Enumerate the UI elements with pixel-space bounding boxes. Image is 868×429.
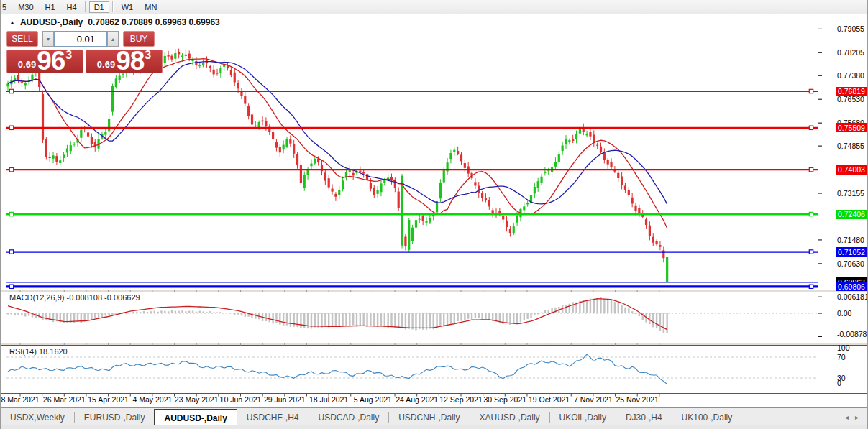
hline-handle[interactable] — [809, 250, 813, 254]
date-axis-label: 10 Jun 2021 — [220, 395, 262, 404]
macd-axis-tick: 0.006181 — [837, 292, 868, 301]
chart-tab-ukoil-daily[interactable]: UKOil-,Daily — [550, 410, 616, 425]
rsi-axis-tick: 100 — [837, 343, 850, 352]
hline-handle[interactable] — [809, 89, 813, 93]
chart-tab-usdcad-daily[interactable]: USDCAD-,Daily — [309, 410, 389, 425]
date-axis-label: 12 Sep 2021 — [439, 395, 483, 404]
tab-bar-bottom-strip — [1, 425, 868, 429]
date-axis-label: 7 Nov 2021 — [574, 395, 613, 404]
hline-handle[interactable] — [809, 126, 813, 129]
hline-handle[interactable] — [9, 126, 13, 129]
buy-button[interactable]: BUY — [123, 31, 155, 47]
chart-tab-uk100-daily[interactable]: UK100-,Daily — [672, 410, 742, 425]
tab-scroll-right-icon[interactable]: ▸ — [855, 413, 859, 421]
chart-tab-usdchf-h4[interactable]: USDCHF-,H4 — [237, 410, 309, 425]
date-axis-label: 26 Mar 2021 — [43, 395, 86, 404]
chart-title: ▲ AUDUSD-,Daily 0.70862 0.70889 0.69963 … — [9, 17, 220, 27]
hline-handle[interactable] — [9, 167, 13, 171]
lot-decrease-button[interactable]: ▼ — [42, 31, 54, 47]
date-axis-label: 8 Mar 2021 — [1, 395, 39, 404]
date-axis-label: 18 Jul 2021 — [309, 395, 348, 404]
macd-indicator-label: MACD(12,26,9) -0.008108 -0.006629 — [9, 293, 140, 302]
hline-price-label: 0.71052 — [836, 247, 868, 257]
buy-quote-button[interactable]: 0.69 98 3 — [86, 50, 163, 73]
date-axis-label: 29 Jun 2021 — [264, 395, 306, 404]
price-axis-tick: 0.71480 — [837, 236, 864, 244]
sell-price-prefix: 0.69 — [18, 59, 36, 70]
date-axis-label: 30 Sep 2021 — [484, 395, 527, 404]
hline-handle[interactable] — [809, 285, 813, 288]
macd-axis-tick: 0.00 — [837, 309, 851, 318]
hline-price-label: 0.76819 — [836, 87, 868, 96]
hline-handle[interactable] — [809, 212, 813, 216]
date-axis-label: 24 Aug 2021 — [396, 395, 438, 404]
chart-tab-eurusd-daily[interactable]: EURUSD-,Daily — [75, 410, 155, 425]
price-axis-tick: 0.77380 — [837, 71, 864, 80]
price-axis-tick: 0.76530 — [837, 95, 864, 103]
lot-increase-button[interactable]: ▲ — [107, 31, 119, 47]
lot-size-input[interactable] — [54, 31, 107, 47]
sell-button[interactable]: SELL — [6, 31, 38, 47]
hline-price-label: 0.69806 — [836, 282, 868, 291]
chart-ohlc-values: 0.70862 0.70889 0.69963 0.69963 — [88, 17, 220, 27]
date-axis-label: 4 May 2021 — [132, 395, 172, 404]
price-axis-tick: 0.73155 — [837, 189, 864, 198]
one-click-trade-panel: SELL ▼ ▲ BUY 0.69 96 3 0.69 98 3 — [6, 31, 163, 73]
date-axis-label: 25 Nov 2021 — [616, 395, 659, 404]
buy-price-prefix: 0.69 — [97, 59, 115, 70]
chart-tab-dj30-h4[interactable]: DJ30-,H4 — [616, 410, 672, 425]
hline-handle[interactable] — [9, 89, 13, 93]
price-axis-tick: 0.78205 — [837, 48, 864, 57]
chart-tab-usdx-weekly[interactable]: USDX,Weekly — [1, 410, 74, 425]
hline-price-label: 0.74003 — [836, 165, 868, 175]
macd-axis-tick: -0.008785 — [837, 330, 868, 338]
buy-price-main: 98 — [116, 50, 144, 72]
hline-handle[interactable] — [9, 285, 13, 288]
rsi-indicator-label: RSI(14) 18.1620 — [9, 347, 68, 356]
date-axis-label: 19 Oct 2021 — [529, 395, 570, 404]
date-axis-label: 15 Apr 2021 — [88, 395, 129, 404]
chart-tab-usdcnh-daily[interactable]: USDCNH-,Daily — [389, 410, 469, 425]
hline-handle[interactable] — [9, 212, 13, 216]
chart-symbol-label: AUDUSD-,Daily — [20, 17, 83, 27]
tab-scroll-arrows: ◂▸ — [845, 408, 868, 425]
rsi-axis-tick: 0 — [837, 379, 841, 387]
sell-price-main: 96 — [37, 50, 65, 72]
sell-price-pip: 3 — [65, 49, 72, 62]
hline-price-label: 0.75509 — [836, 123, 868, 132]
chart-tab-xauusd-daily[interactable]: XAUUSD-,Daily — [470, 410, 549, 425]
rsi-axis-tick: 70 — [837, 353, 846, 361]
price-axis-tick: 0.79055 — [837, 24, 864, 33]
date-axis-label: 5 Aug 2021 — [354, 395, 392, 404]
hline-handle[interactable] — [9, 250, 13, 254]
price-axis-tick: 0.74855 — [837, 142, 864, 150]
collapse-triangle-icon[interactable]: ▲ — [9, 19, 15, 26]
date-axis-label: 23 May 2021 — [175, 395, 219, 404]
sell-quote-button[interactable]: 0.69 96 3 — [6, 50, 83, 73]
price-axis-tick: 0.70630 — [837, 259, 864, 268]
hline-price-label: 0.72406 — [836, 210, 868, 219]
hline-handle[interactable] — [809, 167, 813, 171]
trading-terminal-window: 5M30H1H4D1W1MN ▲ AUDUSD-,Daily 0.70862 0… — [0, 0, 868, 429]
tab-scroll-left-icon[interactable]: ◂ — [845, 413, 849, 421]
buy-price-pip: 3 — [145, 49, 151, 62]
